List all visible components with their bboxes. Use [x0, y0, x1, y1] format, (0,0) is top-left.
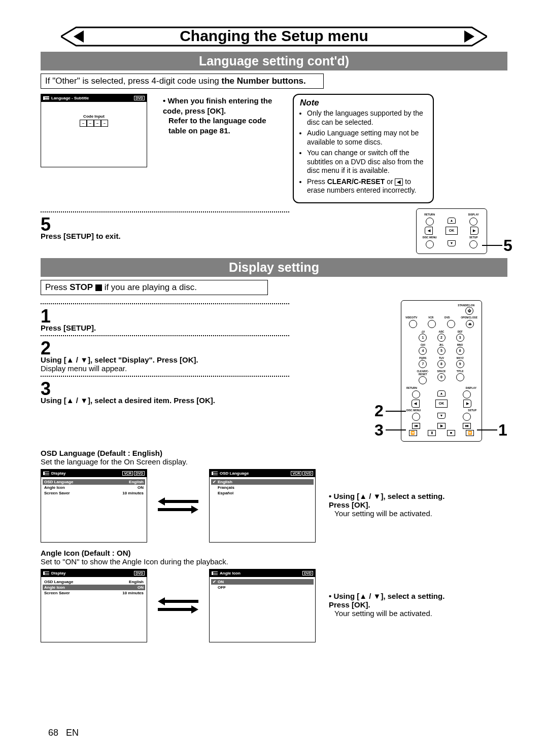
osd-language-subtitle: Language - Subtitle DVD Code Input ––––	[41, 94, 147, 167]
code-input-label: Code Input	[44, 114, 144, 119]
lang-intro: If "Other" is selected, press 4-digit co…	[41, 74, 324, 89]
remote-full: STANDBY-ON ⏻ VIDEO/TVVCRDVDOPEN/CLOSE ⏏ …	[401, 300, 482, 442]
display-button[interactable]	[469, 218, 477, 226]
remote-dpad-small: RETURN DISPLAY ▲ ◀ OK ▶ DISC MENU	[416, 208, 487, 254]
step-2-text: Using [▲ / ▼], select "Display". Press […	[41, 355, 289, 373]
step-5-text: Press [SETUP] to exit.	[41, 232, 289, 240]
page-footer: 68 EN	[48, 728, 79, 738]
left-arrow-icon: ◀	[395, 178, 403, 186]
osd-display-menu-1: Display VCRDVD OSD LanguageEnglish Angle…	[41, 469, 147, 543]
osd-lang-desc: Set the language for the On Screen displ…	[41, 457, 507, 466]
note-title: Note	[300, 98, 427, 108]
double-arrow-icon	[155, 597, 201, 614]
svg-marker-3	[158, 497, 198, 506]
step-2-num: 2	[41, 339, 289, 357]
svg-marker-4	[158, 506, 198, 514]
standby-button[interactable]: ⏻	[465, 307, 473, 315]
code-entry-instruction: • When you finish entering the code, pre…	[163, 96, 285, 135]
display-intro: Press STOP if you are playing a disc.	[41, 280, 268, 295]
step-5-num: 5	[41, 215, 289, 234]
angle-heading: Angle Icon (Default : ON)	[41, 549, 507, 557]
callout-3: 3	[374, 421, 384, 440]
setup-button[interactable]	[469, 240, 477, 248]
step-1-num: 1	[41, 307, 289, 326]
menu-icon	[43, 96, 49, 100]
callout-5: 5	[503, 236, 512, 255]
osd-angle-menu: Angle Icon DVD ✔ON OFF	[209, 569, 316, 642]
osd-display-menu-2: Display DVD OSD LanguageEnglish Angle Ic…	[41, 569, 147, 642]
ok-button[interactable]: OK	[446, 227, 458, 235]
double-arrow-icon	[155, 497, 201, 514]
page-title-banner: Changing the Setup menu	[41, 25, 507, 48]
step-3-text: Using [▲ / ▼], select a desired item. Pr…	[41, 396, 289, 405]
discmenu-button[interactable]	[426, 240, 434, 248]
section-display: Display setting	[41, 258, 507, 277]
callout-1: 1	[498, 421, 507, 440]
section-language: Language setting cont'd)	[41, 52, 507, 70]
callout-2: 2	[374, 402, 384, 420]
step-3-num: 3	[41, 380, 289, 398]
page-title: Changing the Setup menu	[41, 27, 507, 45]
stop-icon	[95, 284, 102, 291]
osd-lang-heading: OSD Language (Default : English)	[41, 449, 507, 457]
code-input-boxes: ––––	[44, 120, 144, 127]
svg-marker-6	[158, 605, 198, 614]
step-1-text: Press [SETUP].	[41, 323, 289, 332]
note-box: Note Only the languages supported by the…	[293, 94, 434, 203]
return-button[interactable]	[426, 218, 434, 226]
angle-desc: Set to "ON" to show the Angle Icon durin…	[41, 557, 507, 566]
osd-osdlang-menu: OSD Language VCRDVD ✔English Français Es…	[209, 469, 316, 543]
svg-marker-5	[158, 597, 198, 605]
